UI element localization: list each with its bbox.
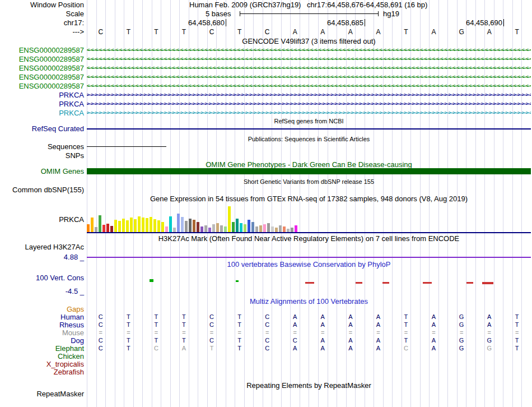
gtex-bar[interactable]	[291, 228, 293, 232]
gtex-bar[interactable]	[216, 223, 219, 232]
gtex-bar[interactable]	[165, 226, 168, 232]
gtex-bar[interactable]	[142, 218, 144, 232]
publications-title[interactable]: Publications: Sequences in Scientific Ar…	[87, 135, 531, 143]
phylop-track-label[interactable]: 100 Vert. Cons	[0, 274, 84, 282]
gtex-bar[interactable]	[232, 222, 235, 232]
gene-label[interactable]: PRKCA	[0, 100, 84, 108]
repeatmasker-title[interactable]: Repeating Elements by RepeatMasker	[87, 382, 531, 390]
gtex-bar[interactable]	[271, 226, 274, 232]
h3k27ac-title[interactable]: H3K27Ac Mark (Often Found Near Active Re…	[87, 235, 531, 243]
dbsnp-label[interactable]: Common dbSNP(155)	[0, 186, 84, 194]
refseq-curated-line[interactable]	[87, 128, 531, 130]
gtex-title[interactable]: Gene Expression in 54 tissues from GTEx …	[87, 195, 531, 203]
gene-label[interactable]: ENSG00000289587	[0, 73, 84, 81]
omim-genes-bar[interactable]	[87, 168, 531, 174]
gtex-bar[interactable]	[259, 225, 262, 232]
gtex-bar[interactable]	[240, 223, 242, 232]
refseq-title[interactable]: RefSeq genes from NCBI	[87, 117, 531, 125]
gtex-bar[interactable]	[157, 220, 160, 232]
gene-arrow-line[interactable]: >>>>>>>>>>>>>>>>>>>>>>>>>>>>>>>>>>>>>>>>…	[87, 91, 531, 99]
gencode-title[interactable]: GENCODE V49lift37 (3 items filtered out)	[87, 38, 531, 45]
gene-arrow-line[interactable]: <<<<<<<<<<<<<<<<<<<<<<<<<<<<<<<<<<<<<<<<…	[87, 73, 531, 81]
gtex-bar[interactable]	[102, 225, 105, 232]
gene-arrow-line[interactable]: >>>>>>>>>>>>>>>>>>>>>>>>>>>>>>>>>>>>>>>>…	[87, 109, 531, 117]
species-label[interactable]: Chicken	[0, 353, 84, 360]
gene-label[interactable]: ENSG00000289587	[0, 64, 84, 72]
gtex-bar[interactable]	[134, 219, 137, 232]
gtex-bar[interactable]	[251, 222, 254, 232]
omim-title[interactable]: OMIM Gene Phenotypes - Dark Green Can Be…	[87, 161, 531, 169]
phylop-title[interactable]: 100 vertebrates Basewise Conservation by…	[87, 261, 531, 269]
gtex-bar[interactable]	[87, 224, 90, 232]
gtex-bar[interactable]	[173, 228, 176, 232]
multiz-title[interactable]: Multiz Alignments of 100 Vertebrates	[87, 298, 531, 306]
species-label[interactable]: Rhesus	[0, 321, 84, 329]
gtex-bar[interactable]	[114, 220, 117, 232]
repeatmasker-label[interactable]: RepeatMasker	[0, 390, 84, 398]
gtex-bar[interactable]	[295, 225, 297, 232]
species-label[interactable]: Zebrafish	[0, 368, 84, 376]
gtex-bar[interactable]	[224, 226, 227, 232]
gtex-bar[interactable]	[122, 219, 125, 232]
gtex-bar[interactable]	[248, 220, 250, 232]
gtex-bar[interactable]	[287, 229, 290, 232]
gtex-bar[interactable]	[197, 222, 199, 232]
gtex-bar[interactable]	[169, 216, 172, 232]
refseq-curated-label[interactable]: RefSeq Curated	[0, 125, 84, 133]
gtex-bar[interactable]	[212, 224, 215, 232]
species-label[interactable]: Mouse	[0, 329, 84, 337]
gtex-bar[interactable]	[236, 219, 239, 232]
gtex-bar[interactable]	[95, 227, 97, 232]
gtex-bar[interactable]	[200, 226, 203, 232]
gtex-bar[interactable]	[106, 224, 109, 232]
species-label[interactable]: Elephant	[0, 345, 84, 353]
species-label[interactable]: X_tropicalis	[0, 360, 84, 368]
gtex-bar[interactable]	[267, 223, 270, 232]
gene-arrow-line[interactable]: <<<<<<<<<<<<<<<<<<<<<<<<<<<<<<<<<<<<<<<<…	[87, 55, 531, 63]
gtex-bar[interactable]	[283, 226, 286, 232]
gtex-bar[interactable]	[279, 225, 282, 232]
gene-label[interactable]: PRKCA	[0, 91, 84, 99]
gtex-bar[interactable]	[263, 224, 266, 232]
gaps-label[interactable]: Gaps	[0, 306, 84, 313]
gtex-bar[interactable]	[193, 220, 195, 232]
dbsnp-title[interactable]: Short Genetic Variants from dbSNP releas…	[87, 178, 531, 186]
gtex-bar[interactable]	[118, 221, 121, 232]
phylop-mark[interactable]	[466, 282, 473, 284]
gtex-bar[interactable]	[275, 228, 278, 232]
phylop-mark[interactable]	[150, 279, 153, 282]
gtex-bar[interactable]	[204, 225, 207, 232]
gtex-bar[interactable]	[220, 225, 223, 232]
omim-genes-label[interactable]: OMIM Genes	[0, 168, 84, 175]
gtex-bar[interactable]	[91, 218, 94, 232]
phylop-mark[interactable]	[236, 280, 239, 282]
gene-arrow-line[interactable]: <<<<<<<<<<<<<<<<<<<<<<<<<<<<<<<<<<<<<<<<…	[87, 64, 531, 72]
phylop-mark[interactable]	[482, 282, 493, 284]
gene-arrow-line[interactable]: <<<<<<<<<<<<<<<<<<<<<<<<<<<<<<<<<<<<<<<<…	[87, 82, 531, 90]
phylop-mark[interactable]	[356, 282, 362, 284]
gtex-bar[interactable]	[228, 206, 231, 232]
gene-arrow-line[interactable]: <<<<<<<<<<<<<<<<<<<<<<<<<<<<<<<<<<<<<<<<…	[87, 46, 531, 54]
h3k27ac-line[interactable]	[87, 257, 531, 258]
gtex-bar[interactable]	[181, 217, 184, 232]
gtex-bar[interactable]	[126, 220, 129, 232]
gene-label[interactable]: ENSG00000289587	[0, 82, 84, 90]
gene-arrow-line[interactable]: >>>>>>>>>>>>>>>>>>>>>>>>>>>>>>>>>>>>>>>>…	[87, 100, 531, 108]
phylop-mark[interactable]	[382, 282, 389, 284]
gene-label[interactable]: PRKCA	[0, 109, 84, 117]
gtex-bar[interactable]	[130, 218, 133, 232]
phylop-mark[interactable]	[305, 282, 314, 284]
species-label[interactable]: Dog	[0, 337, 84, 345]
gtex-bar[interactable]	[208, 228, 211, 232]
gtex-bar[interactable]	[153, 219, 156, 232]
gene-label[interactable]: ENSG00000289587	[0, 55, 84, 63]
gtex-bar[interactable]	[244, 224, 246, 232]
gtex-gene-label[interactable]: PRKCA	[0, 216, 84, 224]
gtex-bar[interactable]	[150, 217, 152, 232]
gtex-bar[interactable]	[189, 219, 192, 232]
sequences-label[interactable]: Sequences	[0, 143, 84, 151]
snps-label[interactable]: SNPs	[0, 152, 84, 160]
sequences-line[interactable]	[87, 146, 166, 147]
phylop-mark[interactable]	[423, 282, 432, 284]
h3k27ac-label[interactable]: Layered H3K27Ac	[0, 243, 84, 251]
